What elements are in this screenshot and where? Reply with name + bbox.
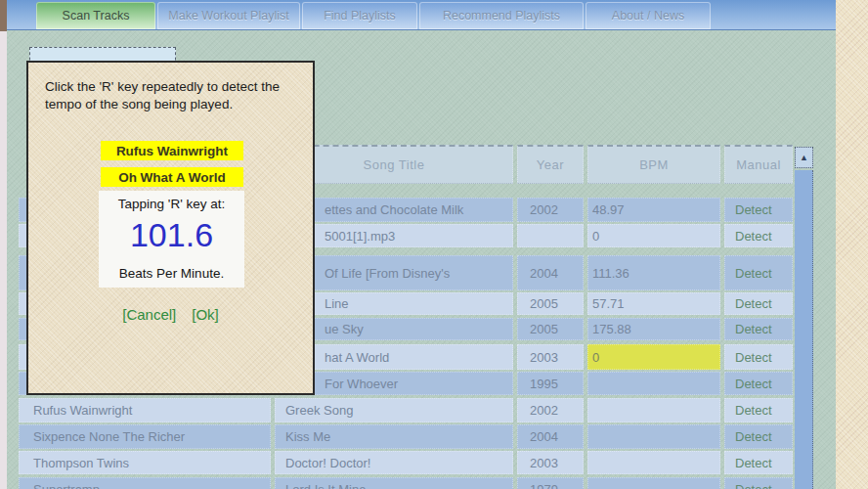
cell-year[interactable]: 2002 [517,198,584,222]
cell-artist[interactable]: Thompson Twins [19,451,271,474]
dialog-bpm-panel: Tapping 'R' key at: 101.6 Beats Per Minu… [99,191,244,288]
detect-link[interactable]: Detect [735,377,772,391]
app-window: Scan TracksMake Workout PlaylistFind Pla… [0,0,868,489]
cell-bpm[interactable]: 175.88 [587,318,720,340]
cell-artist[interactable]: Sixpence None The Richer [19,424,271,449]
cancel-button[interactable]: [Cancel] [122,306,176,323]
tab-scan-tracks[interactable]: Scan Tracks [36,2,155,29]
detect-link[interactable]: Detect [735,482,772,489]
cell-year[interactable] [517,224,584,247]
dialog-instruction-text: Click the 'R' key repeatedly to detect t… [45,78,311,113]
cell-year[interactable]: 2002 [517,398,584,422]
cell-bpm[interactable]: 48.97 [587,198,720,222]
column-header-bpm[interactable]: BPM [587,145,720,184]
cell-manual: Detect [724,477,793,489]
cell-year[interactable]: 1995 [517,372,584,395]
detect-link[interactable]: Detect [735,296,772,311]
cell-bpm[interactable] [587,398,720,422]
dialog-buttons: [Cancel] [Ok] [28,306,313,323]
dialog-artist-name: Rufus Wainwright [101,141,243,160]
window-left-edge-top [0,0,7,31]
cell-manual: Detect [724,224,793,247]
cell-bpm[interactable]: 57.71 [587,292,720,315]
tab-find-playlists[interactable]: Find Playlists [302,2,417,29]
window-right-margin [836,0,868,489]
ok-button[interactable]: [Ok] [192,306,219,323]
dialog-song-title: Oh What A World [101,167,243,187]
cell-manual: Detect [724,344,793,370]
cell-bpm[interactable]: 0 [587,224,720,247]
scroll-up-arrow-icon: ▲ [800,153,808,162]
cell-bpm[interactable]: 0 [587,344,720,370]
cell-year[interactable]: 2003 [517,344,584,370]
cell-manual: Detect [724,372,793,395]
column-header-manual[interactable]: Manual [724,145,793,184]
detect-link[interactable]: Detect [735,322,772,336]
tab-make-workout-playlist[interactable]: Make Workout Playlist [157,2,300,29]
cell-manual: Detect [724,398,793,422]
cell-bpm[interactable] [587,451,720,474]
detect-link[interactable]: Detect [735,456,772,470]
detect-link[interactable]: Detect [735,429,772,444]
cell-bpm[interactable] [587,424,720,449]
scrollbar-up-button[interactable]: ▲ [795,147,813,168]
cell-song-title[interactable]: Kiss Me [275,424,513,449]
cell-manual: Detect [724,198,793,222]
cell-year[interactable]: 1979 [517,477,584,489]
cell-song-title[interactable]: Lord Is It Mine [275,477,513,489]
cell-manual: Detect [724,255,793,290]
cell-song-title[interactable]: Doctor! Doctor! [275,451,513,474]
cell-song-title[interactable]: Greek Song [275,398,513,422]
cell-year[interactable]: 2003 [517,451,584,474]
tab-about-news[interactable]: About / News [586,2,711,29]
tab-bar: Scan TracksMake Workout PlaylistFind Pla… [7,0,836,30]
detect-link[interactable]: Detect [735,202,772,217]
cell-year[interactable]: 2005 [517,292,584,315]
detect-link[interactable]: Detect [735,403,772,418]
tempo-detect-dialog: Click the 'R' key repeatedly to detect t… [26,61,315,395]
bpm-value: 101.6 [99,216,244,254]
cell-bpm[interactable] [587,372,720,395]
cell-bpm[interactable]: 111.36 [587,255,720,290]
cell-year[interactable]: 2004 [517,424,584,449]
detect-link[interactable]: Detect [735,266,772,281]
cell-manual: Detect [724,292,793,315]
detect-link[interactable]: Detect [735,350,772,365]
cell-manual: Detect [724,424,793,449]
tapping-label: Tapping 'R' key at: [99,197,244,211]
cell-manual: Detect [724,451,793,474]
window-left-edge [0,0,7,489]
detect-link[interactable]: Detect [735,229,772,244]
cell-bpm[interactable] [587,477,720,489]
cell-year[interactable]: 2004 [517,255,584,290]
cell-year[interactable]: 2005 [517,318,584,340]
cell-manual: Detect [724,318,793,340]
tab-recommend-playlists[interactable]: Recommend Playlists [419,2,584,29]
scrollbar-thumb[interactable] [795,170,813,489]
bpm-unit-label: Beats Per Minute. [99,266,244,281]
cell-artist[interactable]: Rufus Wainwright [19,398,271,422]
cell-artist[interactable]: Supertramp [19,477,271,489]
column-header-year[interactable]: Year [517,145,584,184]
